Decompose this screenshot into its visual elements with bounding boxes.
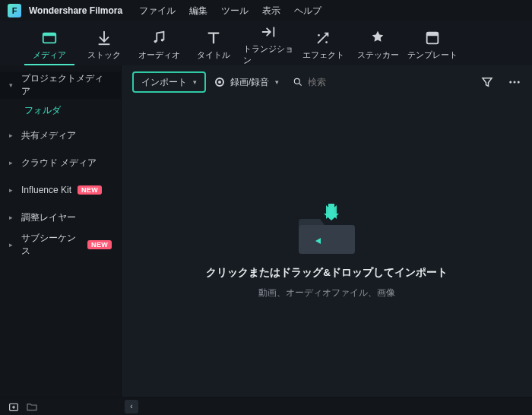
sidebar: ▾ プロジェクトメディア フォルダ ▸ 共有メディア ▸ クラウド メディア ▸… — [0, 65, 122, 397]
tab-audio[interactable]: オーディオ — [134, 26, 184, 65]
chevron-right-icon: ▸ — [9, 131, 15, 139]
sidebar-sub-label: フォルダ — [24, 104, 61, 117]
tab-sticker[interactable]: ステッカー — [353, 26, 403, 65]
record-icon — [215, 78, 224, 87]
chevron-right-icon: ▸ — [9, 214, 15, 221]
stock-icon — [96, 30, 112, 46]
audio-icon — [150, 30, 167, 46]
menu-edit[interactable]: 編集 — [189, 5, 207, 17]
chevron-down-icon: ▾ — [193, 78, 197, 86]
tab-transition-label: トランジション — [243, 43, 293, 66]
tab-stock[interactable]: ストック — [79, 26, 129, 65]
tab-effect[interactable]: エフェクト — [298, 26, 348, 65]
new-badge: NEW — [87, 240, 112, 249]
title-icon — [205, 30, 222, 46]
drop-title: クリックまたはドラッグ&ドロップしてインポート — [206, 266, 448, 280]
svg-rect-1 — [43, 33, 56, 36]
sidebar-item-subsequence[interactable]: ▸ サブシーケンス NEW — [0, 231, 121, 258]
sidebar-item-cloud-media[interactable]: ▸ クラウド メディア — [0, 149, 121, 176]
tab-media[interactable]: メディア — [24, 26, 74, 65]
search-box[interactable] — [293, 77, 353, 87]
sidebar-item-project-media[interactable]: ▾ プロジェクトメディア — [0, 71, 121, 99]
sidebar-item-label: サブシーケンス — [21, 232, 82, 258]
main-menu: ファイル 編集 ツール 表示 ヘルプ — [139, 5, 321, 17]
tab-title-label: タイトル — [197, 49, 230, 61]
sidebar-item-label: 調整レイヤー — [21, 211, 76, 224]
template-icon — [424, 30, 441, 46]
record-label: 録画/録音 — [230, 76, 269, 89]
svg-point-4 — [318, 33, 320, 36]
transition-icon — [260, 24, 277, 40]
sticker-icon — [369, 30, 386, 46]
import-label: インポート — [141, 76, 187, 89]
svg-point-9 — [509, 81, 511, 84]
search-icon — [293, 77, 303, 87]
tab-transition[interactable]: トランジション — [243, 26, 293, 65]
svg-point-5 — [325, 41, 328, 43]
drop-area[interactable]: クリックまたはドラッグ&ドロップしてインポート 動画、オーディオファイル、画像 — [122, 99, 532, 397]
filter-icon[interactable] — [480, 75, 494, 89]
more-icon[interactable] — [508, 75, 521, 89]
sidebar-item-influence-kit[interactable]: ▸ Influence Kit NEW — [0, 176, 121, 204]
chevron-right-icon: ▸ — [9, 241, 15, 249]
titlebar: F Wondershare Filmora ファイル 編集 ツール 表示 ヘルプ — [0, 0, 532, 21]
chevron-right-icon: ▸ — [9, 159, 15, 166]
chevron-left-icon: ‹ — [130, 402, 132, 410]
footer: ‹ — [0, 397, 532, 415]
menu-view[interactable]: 表示 — [262, 5, 280, 17]
search-input[interactable] — [308, 77, 353, 87]
main-toolbar: メディア ストック オーディオ タイトル トランジション エフェクト ステッカー… — [0, 21, 532, 65]
svg-point-10 — [514, 81, 516, 84]
menu-file[interactable]: ファイル — [139, 5, 176, 17]
svg-point-8 — [295, 78, 300, 84]
tab-template[interactable]: テンプレート — [407, 26, 458, 65]
import-button[interactable]: インポート ▾ — [132, 71, 206, 93]
svg-point-3 — [161, 38, 164, 41]
media-icon — [41, 30, 58, 46]
import-folder-icon — [293, 198, 361, 258]
sidebar-sub-folder[interactable]: フォルダ — [0, 99, 121, 122]
record-button[interactable]: 録画/録音 ▾ — [215, 76, 279, 89]
tab-stock-label: ストック — [87, 49, 121, 61]
svg-point-2 — [154, 40, 157, 43]
svg-point-11 — [518, 81, 520, 84]
content-toolbar: インポート ▾ 録画/録音 ▾ — [122, 65, 532, 99]
tab-effect-label: エフェクト — [302, 49, 344, 61]
drop-subtitle: 動画、オーディオファイル、画像 — [258, 287, 395, 299]
effect-icon — [315, 30, 331, 46]
content-panel: インポート ▾ 録画/録音 ▾ — [122, 65, 532, 397]
tab-audio-label: オーディオ — [138, 49, 180, 61]
sidebar-item-label: 共有メディア — [21, 129, 76, 142]
chevron-down-icon: ▾ — [9, 81, 15, 89]
svg-rect-7 — [427, 32, 439, 36]
chevron-down-icon: ▾ — [275, 78, 279, 86]
tab-title[interactable]: タイトル — [188, 26, 239, 65]
tab-media-label: メディア — [33, 49, 66, 61]
chevron-right-icon: ▸ — [9, 186, 15, 194]
sidebar-item-shared-media[interactable]: ▸ 共有メディア — [0, 122, 121, 149]
menu-tools[interactable]: ツール — [221, 5, 249, 17]
sidebar-item-label: クラウド メディア — [21, 157, 97, 169]
sidebar-item-adjustment-layer[interactable]: ▸ 調整レイヤー — [0, 204, 121, 231]
sidebar-item-label: プロジェクトメディア — [21, 72, 112, 98]
sidebar-item-label: Influence Kit — [21, 185, 71, 195]
tab-sticker-label: ステッカー — [357, 49, 399, 61]
add-bin-icon[interactable] — [8, 401, 20, 413]
menu-help[interactable]: ヘルプ — [294, 5, 321, 17]
new-badge: NEW — [78, 185, 102, 195]
collapse-sidebar-button[interactable]: ‹ — [125, 400, 138, 413]
app-logo: F — [8, 4, 21, 17]
folder-icon[interactable] — [26, 401, 38, 413]
app-title: Wondershare Filmora — [29, 5, 122, 16]
tab-template-label: テンプレート — [407, 49, 458, 61]
